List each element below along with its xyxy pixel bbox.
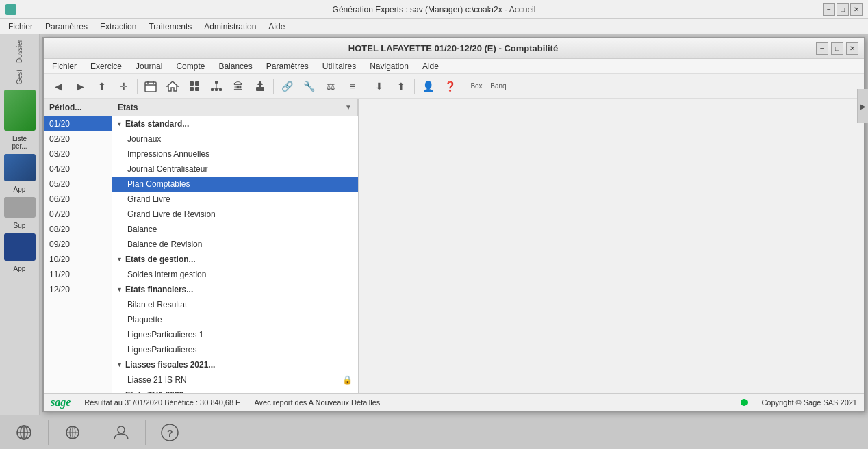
period-item-0720[interactable]: 07/20 bbox=[44, 207, 112, 222]
group-header-financiers[interactable]: ▼ Etats financiers... bbox=[112, 282, 358, 297]
menu-fichier[interactable]: Fichier bbox=[47, 60, 82, 73]
states-item-balance-revision[interactable]: Balance de Revision bbox=[112, 237, 358, 252]
group-header-liasses[interactable]: ▼ Liasses fiscales 2021... bbox=[112, 357, 358, 372]
user-btn[interactable]: 👤 bbox=[418, 77, 438, 96]
sidebar-label-app[interactable]: App bbox=[12, 184, 27, 194]
balance-btn[interactable]: ⚖ bbox=[320, 77, 341, 96]
group-header-standard[interactable]: ▼ Etats standard... bbox=[112, 116, 358, 131]
hierarchy-btn[interactable] bbox=[206, 77, 227, 96]
result-text: Résultat au 31/01/2020 Bénéfice : 30 840… bbox=[84, 398, 240, 407]
lock-icon: 🔒 bbox=[342, 375, 353, 385]
period-item-0620[interactable]: 06/20 bbox=[44, 192, 112, 207]
list-container: 01/20 02/20 03/20 04/20 05/20 06/20 07/2… bbox=[44, 116, 358, 393]
sidebar-green-block[interactable] bbox=[4, 90, 36, 131]
sidebar-blue-block[interactable] bbox=[4, 154, 36, 181]
menu-compte[interactable]: Compte bbox=[170, 60, 210, 73]
os-menu-parametres[interactable]: Paramètres bbox=[40, 21, 93, 33]
taskbar-person[interactable] bbox=[104, 419, 138, 446]
help-btn[interactable]: ❓ bbox=[439, 77, 460, 96]
os-menu-aide[interactable]: Aide bbox=[263, 21, 290, 33]
back-btn[interactable]: ◀ bbox=[48, 77, 68, 96]
sidebar-label-dossier: Dossier bbox=[14, 37, 25, 66]
export-btn[interactable] bbox=[250, 77, 270, 96]
menu-parametres[interactable]: Paramètres bbox=[261, 60, 314, 73]
taskbar-network[interactable] bbox=[7, 419, 41, 446]
os-menu-administration[interactable]: Administration bbox=[199, 21, 261, 33]
sidebar-label-gest: Gest bbox=[14, 67, 25, 87]
period-item-1220[interactable]: 12/20 bbox=[44, 282, 112, 297]
window-minimize-btn[interactable]: − bbox=[816, 42, 828, 55]
building-btn[interactable]: 🏛 bbox=[228, 77, 248, 96]
statusbar: sage Résultat au 31/01/2020 Bénéfice : 3… bbox=[44, 393, 864, 411]
calendar-btn[interactable] bbox=[140, 77, 161, 96]
os-menu-fichier[interactable]: Fichier bbox=[3, 21, 38, 33]
states-item-balance[interactable]: Balance bbox=[112, 222, 358, 237]
period-item-0820[interactable]: 08/20 bbox=[44, 222, 112, 237]
states-item-liasse21[interactable]: Liasse 21 IS RN 🔒 bbox=[112, 372, 358, 387]
box-btn[interactable]: Box bbox=[466, 77, 487, 96]
states-column: ▼ Etats standard... Journaux Impressions… bbox=[112, 116, 358, 393]
states-dropdown-arrow[interactable]: ▼ bbox=[345, 103, 352, 111]
sidebar-label-app2[interactable]: App bbox=[12, 264, 27, 274]
window-close-btn[interactable]: ✕ bbox=[846, 42, 858, 55]
group-header-gestion[interactable]: ▼ Etats de gestion... bbox=[112, 252, 358, 267]
home-btn[interactable] bbox=[162, 77, 183, 96]
menu-aide[interactable]: Aide bbox=[417, 60, 444, 73]
states-item-grand-livre[interactable]: Grand Livre bbox=[112, 192, 358, 207]
states-item-journal-central[interactable]: Journal Centralisateur bbox=[112, 162, 358, 177]
period-header: Périod... bbox=[44, 99, 112, 116]
sidebar-dark-block[interactable] bbox=[4, 233, 36, 261]
period-item-0520[interactable]: 05/20 bbox=[44, 177, 112, 192]
move-btn[interactable]: ✛ bbox=[114, 77, 134, 96]
sidebar-label-sup[interactable]: Sup bbox=[12, 220, 27, 231]
os-minimize-btn[interactable]: − bbox=[823, 3, 835, 16]
banq-btn[interactable]: Banq bbox=[488, 77, 509, 96]
download-btn[interactable]: ⬇ bbox=[369, 77, 390, 96]
toolbar-sep5 bbox=[463, 79, 463, 94]
svg-marker-16 bbox=[257, 81, 263, 87]
states-item-journaux[interactable]: Journaux bbox=[112, 131, 358, 146]
states-item-grand-livre-revision[interactable]: Grand Livre de Revision bbox=[112, 207, 358, 222]
os-menu-extraction[interactable]: Extraction bbox=[94, 21, 142, 33]
period-item-0920[interactable]: 09/20 bbox=[44, 237, 112, 252]
sidebar-label-liste[interactable]: Listeper... bbox=[10, 133, 28, 151]
states-item-soldes[interactable]: Soldes interm gestion bbox=[112, 267, 358, 282]
os-title: Génération Experts : sav (Manager) c:\co… bbox=[333, 5, 536, 14]
menu-exercice[interactable]: Exercice bbox=[85, 60, 127, 73]
up-btn[interactable]: ⬆ bbox=[92, 77, 112, 96]
menu-balances[interactable]: Balances bbox=[213, 60, 257, 73]
window-menubar: Fichier Exercice Journal Compte Balances… bbox=[44, 59, 864, 74]
toolbar: ◀ ▶ ⬆ ✛ bbox=[44, 74, 864, 99]
sidebar-gray-block[interactable] bbox=[4, 197, 36, 218]
forward-btn[interactable]: ▶ bbox=[70, 77, 90, 96]
menu-utilitaires[interactable]: Utilitaires bbox=[317, 60, 361, 73]
link-btn[interactable]: 🔗 bbox=[277, 77, 297, 96]
list-btn[interactable]: ≡ bbox=[342, 77, 363, 96]
states-item-plaquette[interactable]: Plaquette bbox=[112, 312, 358, 327]
upload-btn[interactable]: ⬆ bbox=[391, 77, 411, 96]
taskbar-globe[interactable] bbox=[55, 419, 90, 446]
menu-journal[interactable]: Journal bbox=[130, 60, 168, 73]
menu-navigation[interactable]: Navigation bbox=[364, 60, 414, 73]
tool-btn[interactable]: 🔧 bbox=[298, 77, 319, 96]
os-close-btn[interactable]: ✕ bbox=[850, 3, 863, 16]
window-maximize-btn[interactable]: □ bbox=[831, 42, 843, 55]
states-item-lignes1[interactable]: LignesParticulieres 1 bbox=[112, 327, 358, 342]
period-item-1020[interactable]: 10/20 bbox=[44, 252, 112, 267]
triangle-standard: ▼ bbox=[116, 120, 123, 127]
period-item-0220[interactable]: 02/20 bbox=[44, 131, 112, 146]
period-item-1120[interactable]: 11/20 bbox=[44, 267, 112, 282]
period-item-0320[interactable]: 03/20 bbox=[44, 146, 112, 162]
taskbar-sep3 bbox=[145, 420, 146, 445]
period-item-0120[interactable]: 01/20 bbox=[44, 116, 112, 131]
states-item-lignes[interactable]: LignesParticulieres bbox=[112, 342, 358, 357]
os-menu-traitements[interactable]: Traitements bbox=[143, 21, 197, 33]
period-item-0420[interactable]: 04/20 bbox=[44, 162, 112, 177]
taskbar-help[interactable]: ? bbox=[153, 419, 187, 446]
states-item-bilan[interactable]: Bilan et Resultat bbox=[112, 297, 358, 312]
states-item-plan-comptables[interactable]: Plan Comptables bbox=[112, 177, 358, 192]
group-header-tva[interactable]: ▼ Etats TVA 2020... bbox=[112, 387, 358, 393]
os-maximize-btn[interactable]: □ bbox=[837, 3, 849, 16]
states-item-impressions[interactable]: Impressions Annuelles bbox=[112, 146, 358, 162]
grid-btn[interactable] bbox=[184, 77, 205, 96]
